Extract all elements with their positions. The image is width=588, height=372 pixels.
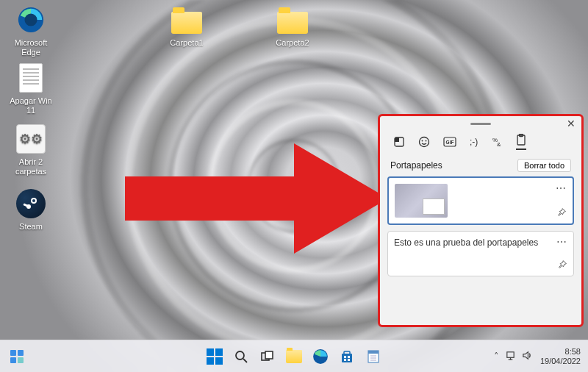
svg-rect-28 — [344, 351, 350, 354]
tab-emoji[interactable] — [418, 136, 430, 148]
svg-point-1 — [24, 13, 37, 26]
svg-point-22 — [236, 351, 244, 360]
pin-button[interactable] — [558, 260, 567, 271]
clock-time: 8:58 — [540, 347, 581, 357]
folder-icon — [171, 4, 202, 35]
svg-rect-31 — [344, 359, 346, 361]
item-menu-button[interactable]: ⋯ — [556, 236, 567, 248]
item-menu-button[interactable]: ⋯ — [556, 182, 567, 194]
svg-point-10 — [422, 140, 423, 142]
clipboard-item-text[interactable]: Esto es una prueba del portapapeles ⋯ — [387, 231, 574, 276]
svg-point-11 — [426, 140, 427, 142]
clock-date: 19/04/2022 — [540, 357, 581, 366]
svg-rect-32 — [348, 359, 350, 361]
clipboard-text-content: Esto es una prueba del portapapeles — [394, 237, 567, 248]
svg-rect-19 — [18, 350, 24, 356]
store-button[interactable] — [336, 346, 358, 368]
start-button[interactable] — [204, 346, 226, 368]
tab-kaomoji[interactable]: ;-) — [470, 137, 478, 147]
folder-icon — [277, 4, 308, 35]
taskbar-left — [6, 346, 28, 368]
text-file-icon — [15, 62, 46, 93]
svg-point-3 — [32, 199, 35, 202]
volume-icon[interactable] — [522, 350, 533, 363]
pin-button[interactable] — [557, 207, 567, 219]
svg-rect-38 — [507, 351, 514, 357]
svg-rect-20 — [10, 357, 16, 363]
desktop-icon-folder1[interactable]: Carpeta1 — [160, 4, 213, 48]
panel-drag-handle[interactable]: ✕ — [380, 116, 581, 126]
tab-gif[interactable]: GIF — [443, 137, 456, 147]
system-tray[interactable]: ˄ — [494, 350, 533, 363]
handle-bar — [470, 123, 491, 125]
taskbar-center — [204, 346, 384, 368]
clipboard-header: Portapapeles Borrar todo — [380, 156, 581, 176]
clear-all-button[interactable]: Borrar todo — [517, 159, 571, 172]
svg-rect-27 — [342, 354, 352, 362]
taskbar-right: ˄ 8:58 19/04/2022 — [494, 347, 581, 365]
search-button[interactable] — [230, 346, 252, 368]
svg-rect-5 — [24, 203, 30, 207]
desktop-icon-folder2[interactable]: Carpeta2 — [266, 4, 319, 48]
svg-rect-30 — [348, 356, 350, 358]
tray-chevron-icon[interactable]: ˄ — [494, 351, 499, 362]
desktop-icon-label: Microsoft Edge — [4, 38, 57, 57]
file-explorer-button[interactable] — [283, 346, 305, 368]
svg-rect-8 — [395, 137, 399, 142]
tab-symbols[interactable]: %& — [491, 136, 503, 148]
network-icon[interactable] — [505, 350, 516, 363]
clipboard-panel: ✕ GIF ;-) %& Portapapeles Borrar todo ⋯ … — [378, 114, 584, 327]
task-view-button[interactable] — [257, 346, 279, 368]
edge-icon — [15, 4, 46, 35]
desktop-icon-shutdown-script[interactable]: Apagar Win 11 — [4, 62, 57, 115]
clipboard-items: ⋯ Esto es una prueba del portapapeles ⋯ — [380, 176, 581, 325]
svg-line-23 — [243, 359, 247, 362]
clipboard-title: Portapapeles — [390, 160, 442, 171]
taskbar: ˄ 8:58 19/04/2022 — [0, 340, 588, 372]
taskbar-clock[interactable]: 8:58 19/04/2022 — [540, 347, 581, 365]
tab-recent[interactable] — [393, 136, 405, 148]
edge-button[interactable] — [309, 346, 331, 368]
clipboard-item-image[interactable]: ⋯ — [387, 176, 574, 225]
desktop-icon-label: Steam — [4, 222, 57, 232]
svg-rect-29 — [344, 356, 346, 358]
widgets-button[interactable] — [6, 346, 28, 368]
desktop-icon-label: Carpeta1 — [160, 38, 213, 48]
desktop-icon-steam[interactable]: Steam — [4, 188, 57, 232]
close-button[interactable]: ✕ — [567, 118, 576, 129]
svg-point-9 — [420, 137, 429, 147]
desktop-icon-label: Carpeta2 — [266, 38, 319, 48]
desktop-icon-open-folders-script[interactable]: ⚙⚙ Abrir 2 carpetas — [4, 124, 57, 176]
svg-text:&: & — [497, 141, 501, 148]
svg-rect-21 — [18, 357, 24, 363]
tab-clipboard[interactable] — [516, 134, 526, 150]
desktop-icon-label: Apagar Win 11 — [4, 96, 57, 115]
desktop-icon-edge[interactable]: Microsoft Edge — [4, 4, 57, 57]
batch-file-icon: ⚙⚙ — [15, 124, 46, 154]
svg-rect-34 — [368, 351, 379, 354]
clipboard-tabs: GIF ;-) %& — [380, 126, 581, 156]
svg-text:GIF: GIF — [446, 140, 454, 145]
svg-rect-18 — [10, 350, 16, 356]
svg-rect-25 — [265, 351, 273, 359]
desktop-icon-label: Abrir 2 carpetas — [4, 157, 57, 176]
clipboard-thumbnail — [395, 184, 448, 218]
steam-icon — [15, 188, 46, 219]
notepad-button[interactable] — [362, 346, 384, 368]
